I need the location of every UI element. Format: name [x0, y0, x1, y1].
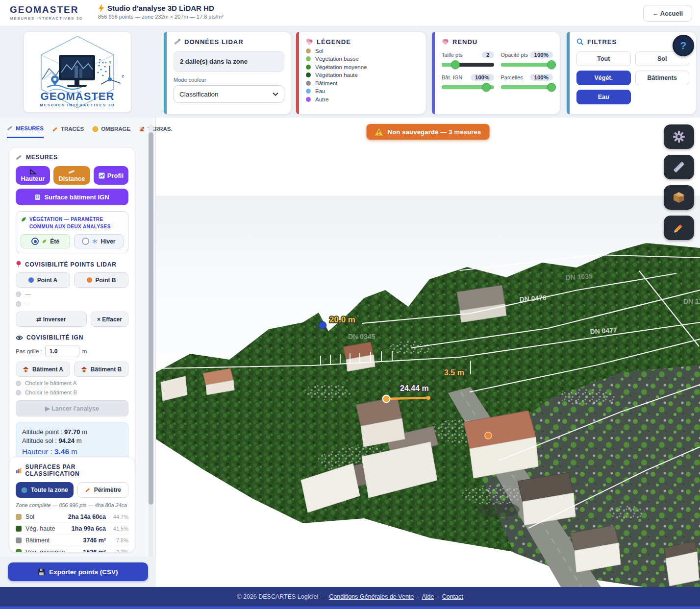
radio-selected: [31, 238, 39, 245]
toute-la-zone-button[interactable]: Toute la zone: [16, 482, 74, 498]
distance-button[interactable]: Distance: [53, 166, 90, 185]
draw-tool-button[interactable]: [664, 216, 694, 240]
slider-opacite-pts: Opacité pts100%: [501, 51, 553, 67]
lancer-analyse-button[interactable]: ▶ Lancer l'analyse: [16, 400, 128, 416]
perimetre-button[interactable]: Périmètre: [77, 482, 128, 498]
sidebar-scrollbar[interactable]: [149, 124, 153, 565]
point-a-button[interactable]: Point A: [16, 272, 70, 288]
slider-value-badge: 100%: [471, 74, 494, 81]
radio-icon[interactable]: [16, 381, 21, 386]
batiment-b-button[interactable]: Bâtiment B: [74, 362, 128, 377]
pas-grille-unit: m: [82, 348, 87, 354]
radio-icon[interactable]: [16, 301, 21, 307]
brain-icon: [442, 38, 449, 46]
panel-title: LÉGENDE: [317, 38, 351, 46]
point-a-marker[interactable]: [319, 322, 326, 329]
aide-link[interactable]: Aide: [422, 593, 434, 600]
vegetation-box: VÉGÉTATION — PARAMÈTRE COMMUN AUX DEUX A…: [16, 211, 128, 253]
snowflake-icon: [92, 239, 98, 244]
altitude-point-value: 97.70: [64, 428, 80, 436]
slider-knob[interactable]: [547, 60, 556, 69]
settings-tool-button[interactable]: [664, 124, 694, 149]
hauteur-button[interactable]: Hauteur: [16, 166, 50, 185]
filter-tout-button[interactable]: Tout: [576, 51, 631, 66]
cgv-link[interactable]: Conditions Générales de Vente: [329, 593, 414, 600]
floppy-icon: [38, 568, 45, 576]
svg-text:GEOMASTER: GEOMASTER: [41, 90, 115, 102]
copyright-text: © 2026 DESCARTES Logiciel —: [237, 593, 326, 600]
filter-veget-button[interactable]: Végét.: [576, 71, 631, 85]
slider-value-badge: 100%: [530, 74, 553, 81]
help-button[interactable]: ?: [673, 35, 694, 56]
measure-tool-button[interactable]: [664, 155, 694, 179]
brand-subtitle: MESURES INTERACTIVES 3D: [10, 16, 83, 21]
choisir-batiment-a[interactable]: Choisir le bâtiment A: [16, 380, 128, 386]
legend-dot: [306, 97, 311, 102]
scrollbar-thumb[interactable]: [149, 132, 153, 505]
leaf-icon: [21, 216, 27, 222]
inverser-button[interactable]: ⇄ Inverser: [16, 312, 87, 327]
hauteur-value: 3.46: [54, 447, 69, 456]
eye-icon: [16, 335, 23, 341]
distance-endpoint-a[interactable]: [383, 395, 390, 403]
legend-item: Autre: [306, 97, 419, 102]
hiver-radio-option[interactable]: Hiver: [74, 234, 124, 248]
filter-eau-button[interactable]: Eau: [576, 90, 631, 104]
radio-unselected: [82, 238, 89, 245]
filter-batiments-button[interactable]: Bâtiments: [635, 71, 690, 85]
chevron-down-icon: [273, 92, 278, 96]
slider-track[interactable]: [442, 85, 494, 89]
home-button[interactable]: ← Accueil: [643, 5, 692, 22]
slider-track[interactable]: [442, 63, 494, 67]
tab-traces[interactable]: TRACÉS: [52, 123, 84, 138]
point-cloud-scene[interactable]: DN 0476 DN 0477 DN 0345 DN 1035 DN 11 20…: [156, 118, 700, 587]
panel-accent: [567, 32, 570, 114]
geomaster-logo: Y Z GEOMASTER MESURES INTERACTIVES 3D: [27, 34, 127, 110]
terrain-icon: [139, 126, 145, 132]
sidebar: MESURES TRACÉS OMBRAGE TERRAS. MESURES H…: [0, 118, 156, 587]
contact-link[interactable]: Contact: [442, 593, 463, 600]
surface-batiment-ign-button[interactable]: Surface bâtiment IGN: [16, 189, 128, 205]
profil-button[interactable]: Profil: [94, 166, 128, 185]
radio-icon[interactable]: [16, 390, 21, 395]
tab-ombrage[interactable]: OMBRAGE: [92, 123, 130, 138]
choisir-batiment-b[interactable]: Choisir le bâtiment B: [16, 390, 128, 395]
radio-icon[interactable]: [16, 292, 21, 297]
box-tool-button[interactable]: [664, 185, 694, 210]
panel-legende: LÉGENDE Sol Végétation basse Végétation …: [296, 31, 426, 115]
tab-terrasses[interactable]: TERRAS.: [139, 123, 172, 138]
batiment-a-button[interactable]: Bâtiment A: [16, 362, 70, 377]
panel-filtres: FILTRES Tout Sol Végét. Bâtiments Eau ?: [566, 31, 697, 115]
unsaved-warning-badge[interactable]: Non sauvegardé — 3 mesures: [367, 124, 490, 140]
sun-icon: [92, 126, 99, 132]
slider-knob[interactable]: [547, 83, 556, 92]
legend-item: Eau: [306, 88, 419, 94]
slider-knob[interactable]: [451, 60, 460, 69]
point-b-button[interactable]: Point B: [74, 272, 128, 288]
mode-couleur-select[interactable]: Classification: [174, 85, 284, 103]
palette-icon: [306, 38, 313, 46]
slider-track[interactable]: [501, 63, 553, 67]
legend-item: Végétation moyenne: [306, 64, 419, 70]
effacer-button[interactable]: × Effacer: [91, 312, 128, 327]
slider-track[interactable]: [501, 85, 553, 89]
legend-dot: [306, 89, 311, 94]
viewer-3d[interactable]: Non sauvegardé — 3 mesures: [156, 118, 700, 587]
point-b-marker[interactable]: [485, 432, 492, 439]
distance-endpoint-b[interactable]: [426, 396, 430, 400]
distance-measure-label: 24.44 m: [400, 384, 429, 392]
surface-row-veg-haute: Vég. haute1ha 99a 6ca41.5%: [16, 522, 128, 534]
tiles-info: 2 dalle(s) dans la zone: [174, 51, 284, 72]
small-measure-label: 3.5 m: [444, 368, 464, 377]
point-a-dot: [28, 277, 34, 283]
viewer-toolbar: [664, 124, 694, 240]
tab-mesures[interactable]: MESURES: [7, 123, 44, 138]
ete-radio-option[interactable]: Été: [21, 234, 70, 248]
point-b-value-row: —: [16, 300, 128, 307]
surfaces-card: SURFACES PAR CLASSIFICATION Toute la zon…: [9, 457, 135, 553]
pas-grille-input[interactable]: 1.0: [45, 345, 79, 357]
distance-measure-line[interactable]: [386, 398, 428, 399]
slider-knob[interactable]: [482, 83, 491, 92]
export-csv-button[interactable]: Exporter points (CSV): [8, 562, 148, 581]
ruler-pen-icon: [174, 38, 181, 46]
